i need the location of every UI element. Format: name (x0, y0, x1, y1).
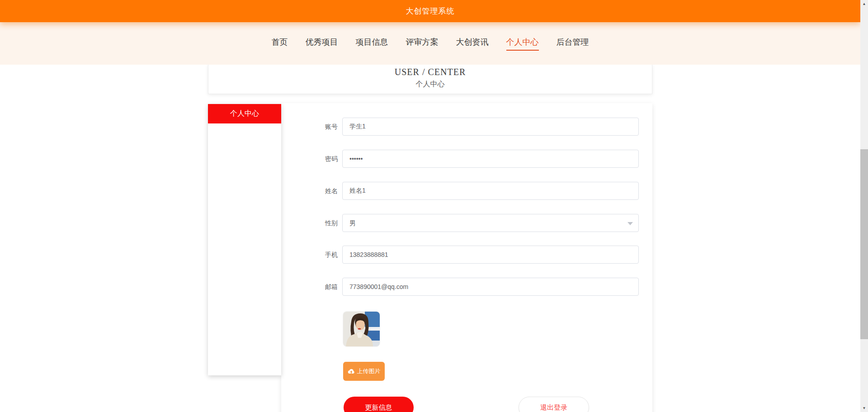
nav-item-4[interactable]: 大创资讯 (456, 36, 489, 51)
account-field[interactable] (342, 118, 639, 136)
phone-field[interactable] (342, 246, 639, 264)
page-title-zh: 个人中心 (208, 80, 652, 89)
form-row-name: 姓名 (281, 182, 652, 200)
scroll-down-arrow-icon[interactable]: ▼ (860, 404, 868, 412)
page: 大创管理系统 首页优秀项目项目信息评审方案大创资讯个人中心后台管理 USER /… (0, 0, 868, 412)
scroll-up-arrow-icon[interactable]: ▲ (860, 0, 868, 8)
upload-image-button[interactable]: 上传图片 (343, 362, 385, 381)
nav-list: 首页优秀项目项目信息评审方案大创资讯个人中心后台管理 (272, 36, 589, 51)
nav-item-6[interactable]: 后台管理 (557, 36, 589, 51)
logout-button[interactable]: 退出登录 (519, 397, 589, 412)
page-title-en: USER / CENTER (208, 67, 652, 77)
form-row-password: 密码 (281, 150, 652, 168)
name-field[interactable] (342, 182, 639, 200)
page-title-box: USER / CENTER 个人中心 (208, 65, 652, 94)
chevron-down-icon (627, 222, 633, 225)
update-info-button[interactable]: 更新信息 (344, 397, 414, 412)
nav-item-5[interactable]: 个人中心 (506, 36, 539, 51)
password-field[interactable] (342, 150, 639, 168)
name-label: 姓名 (286, 182, 338, 200)
nav-item-2[interactable]: 项目信息 (356, 36, 388, 51)
avatar-image (343, 312, 380, 346)
scrollbar-thumb[interactable] (860, 149, 868, 339)
scrollbar[interactable]: ▲ ▼ (860, 0, 868, 412)
app-header: 大创管理系统 (0, 0, 860, 22)
upload-image-label: 上传图片 (357, 367, 381, 375)
sidebar: 个人中心 (208, 104, 281, 375)
form-row-phone: 手机 (281, 246, 652, 264)
app-title: 大创管理系统 (406, 6, 455, 16)
nav-item-3[interactable]: 评审方案 (406, 36, 439, 51)
main-navbar: 首页优秀项目项目信息评审方案大创资讯个人中心后台管理 (0, 22, 860, 65)
avatar (343, 312, 380, 346)
account-label: 账号 (286, 118, 338, 136)
nav-item-1[interactable]: 优秀项目 (306, 36, 338, 51)
gender-select[interactable]: 男 (342, 214, 639, 232)
form-row-gender: 性别男 (281, 214, 652, 232)
email-label: 邮箱 (286, 278, 338, 296)
form-row-email: 邮箱 (281, 278, 652, 296)
cloud-upload-icon (348, 369, 355, 374)
nav-item-0[interactable]: 首页 (272, 36, 288, 51)
form-row-account: 账号 (281, 118, 652, 136)
gender-label: 性别 (286, 214, 338, 232)
email-field[interactable] (342, 278, 639, 296)
user-center-panel: 账号密码姓名性别男手机邮箱 (281, 103, 652, 412)
sidebar-item-user-center[interactable]: 个人中心 (208, 104, 281, 123)
password-label: 密码 (286, 150, 338, 168)
phone-label: 手机 (286, 246, 338, 264)
gender-value: 男 (349, 219, 356, 227)
